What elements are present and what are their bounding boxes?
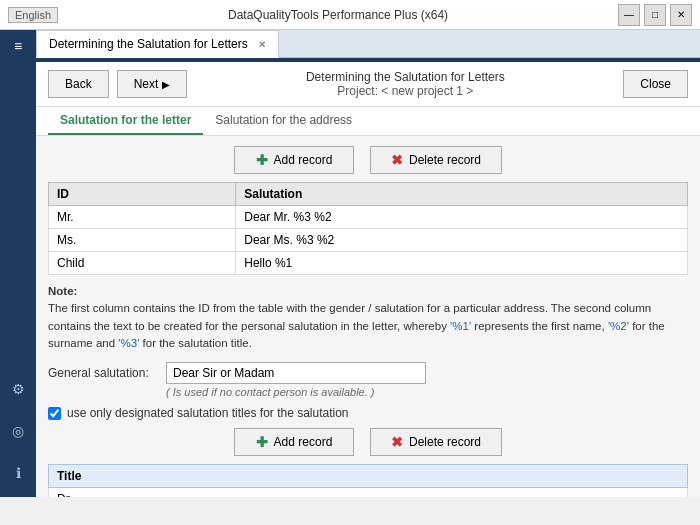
note-text: The first column contains the ID from th… [48, 302, 665, 349]
row-salutation: Dear Mr. %3 %2 [236, 206, 688, 229]
title-cell: Dr. [49, 488, 688, 498]
main-layout: ⚙ ◎ ℹ Back Next ▶ Determining the Saluta… [0, 62, 700, 497]
note-highlight2: '%2' [608, 320, 629, 332]
back-label: Back [65, 77, 92, 91]
next-icon: ▶ [162, 79, 170, 90]
title-bar-left: English [8, 7, 58, 23]
nav-center: Determining the Salutation for Letters P… [306, 70, 505, 98]
general-salutation-label: General salutation: [48, 362, 158, 380]
table-row[interactable]: Child Hello %1 [49, 252, 688, 275]
back-button[interactable]: Back [48, 70, 109, 98]
target-icon[interactable]: ◎ [4, 417, 32, 445]
table-row[interactable]: Ms. Dear Ms. %3 %2 [49, 229, 688, 252]
note-highlight: '%1' [450, 320, 471, 332]
minimize-button[interactable]: — [618, 4, 640, 26]
app-title: DataQualityTools Performance Plus (x64) [228, 8, 448, 22]
title-table: Title Dr. Prof. [48, 464, 688, 497]
content-area: Back Next ▶ Determining the Salutation f… [36, 62, 700, 497]
delete-record-button-2[interactable]: ✖ Delete record [370, 428, 502, 456]
info-icon[interactable]: ℹ [4, 459, 32, 487]
row-id: Child [49, 252, 236, 275]
tab-close-icon[interactable]: ✕ [258, 39, 266, 50]
row-id: Mr. [49, 206, 236, 229]
title-bar: English DataQualityTools Performance Plu… [0, 0, 700, 30]
table-row[interactable]: Mr. Dear Mr. %3 %2 [49, 206, 688, 229]
settings-icon[interactable]: ⚙ [4, 375, 32, 403]
window-controls: — □ ✕ [618, 4, 692, 26]
next-label: Next [134, 77, 159, 91]
note-label: Note: [48, 285, 77, 297]
checkbox-row: use only designated salutation titles fo… [48, 406, 688, 420]
add-record-label-1: Add record [274, 153, 333, 167]
tab-salutation-letter[interactable]: Salutation for the letter [48, 107, 203, 135]
project-name: Project: < new project 1 > [306, 84, 505, 98]
language-selector[interactable]: English [8, 7, 58, 23]
close-button[interactable]: Close [623, 70, 688, 98]
next-button[interactable]: Next ▶ [117, 70, 188, 98]
sidebar: ⚙ ◎ ℹ [0, 62, 36, 497]
tab-label: Determining the Salutation for Letters [49, 37, 248, 51]
maximize-button[interactable]: □ [644, 4, 666, 26]
add-record-button-1[interactable]: ✚ Add record [234, 146, 354, 174]
salutation-checkbox[interactable] [48, 407, 61, 420]
delete-icon-2: ✖ [391, 434, 403, 450]
add-record-button-2[interactable]: ✚ Add record [234, 428, 354, 456]
col-id-header: ID [49, 183, 236, 206]
close-window-button[interactable]: ✕ [670, 4, 692, 26]
general-salutation-row: General salutation: [48, 362, 688, 384]
main-tab[interactable]: Determining the Salutation for Letters ✕ [36, 30, 279, 58]
hamburger-menu-icon[interactable]: ≡ [8, 34, 28, 58]
nav-left: Back Next ▶ [48, 70, 187, 98]
delete-record-label-1: Delete record [409, 153, 481, 167]
general-salutation-hint: ( Is used if no contact person is availa… [166, 386, 688, 398]
title-table-row[interactable]: Dr. [49, 488, 688, 498]
salutation-table: ID Salutation Mr. Dear Mr. %3 %2 Ms. Dea… [48, 182, 688, 275]
section-tabs: Salutation for the letter Salutation for… [36, 107, 700, 136]
checkbox-label[interactable]: use only designated salutation titles fo… [67, 406, 349, 420]
add-icon-1: ✚ [256, 152, 268, 168]
action-row-2: ✚ Add record ✖ Delete record [48, 428, 688, 456]
row-id: Ms. [49, 229, 236, 252]
delete-record-button-1[interactable]: ✖ Delete record [370, 146, 502, 174]
add-record-label-2: Add record [274, 435, 333, 449]
general-salutation-input[interactable] [166, 362, 426, 384]
note-section: Note: The first column contains the ID f… [48, 283, 688, 352]
wizard-title: Determining the Salutation for Letters [306, 70, 505, 84]
delete-icon-1: ✖ [391, 152, 403, 168]
note-highlight3: '%3' [118, 337, 139, 349]
tab-salutation-address[interactable]: Salutation for the address [203, 107, 364, 135]
nav-bar: Back Next ▶ Determining the Salutation f… [36, 62, 700, 107]
action-row-1: ✚ Add record ✖ Delete record [48, 146, 688, 174]
col-salutation-header: Salutation [236, 183, 688, 206]
row-salutation: Dear Ms. %3 %2 [236, 229, 688, 252]
col-title-header: Title [49, 465, 688, 488]
add-icon-2: ✚ [256, 434, 268, 450]
delete-record-label-2: Delete record [409, 435, 481, 449]
inner-content: ✚ Add record ✖ Delete record ID Salutati… [36, 136, 700, 497]
row-salutation: Hello %1 [236, 252, 688, 275]
